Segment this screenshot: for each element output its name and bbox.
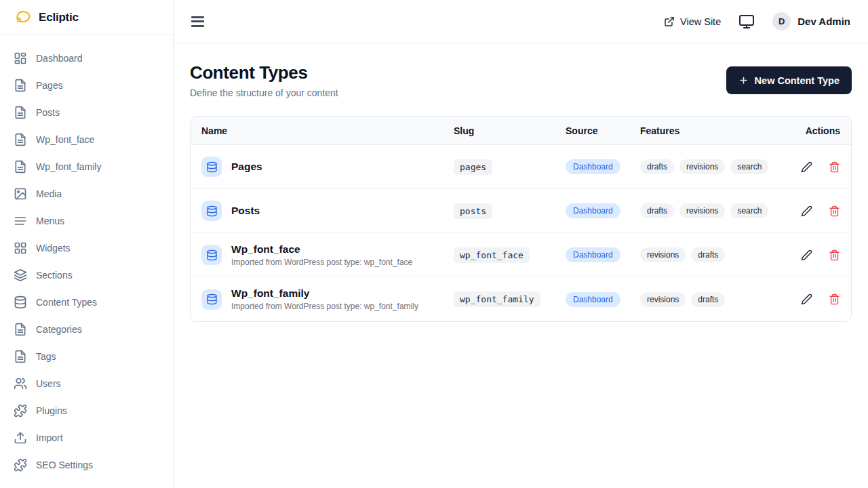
sidebar-item-label: Users xyxy=(36,378,61,389)
slug-value: wp_font_family xyxy=(454,291,540,307)
view-site-label: View Site xyxy=(680,16,721,27)
database-icon xyxy=(201,245,222,265)
sidebar-item-plugins[interactable]: Plugins xyxy=(5,397,167,424)
sidebar-item-label: Dashboard xyxy=(36,53,83,64)
monitor-icon[interactable] xyxy=(738,14,755,30)
user-menu[interactable]: D Dev Admin xyxy=(772,12,850,30)
sidebar-item-users[interactable]: Users xyxy=(5,370,167,397)
source-badge: Dashboard xyxy=(566,247,620,262)
slug-value: wp_font_face xyxy=(454,247,530,263)
topbar-right: View Site D Dev Admin xyxy=(664,12,850,30)
sidebar-item-label: SEO Settings xyxy=(36,460,93,470)
puzzle-icon xyxy=(14,404,27,418)
content-type-name: Pages xyxy=(231,161,262,173)
row-name-cell: Wp_font_face Imported from WordPress pos… xyxy=(201,237,454,274)
sidebar-item-label: Media xyxy=(36,188,62,199)
sidebar-item-seo-settings[interactable]: SEO Settings xyxy=(5,451,167,479)
source-badge: Dashboard xyxy=(566,159,620,174)
upload-icon xyxy=(14,431,27,445)
page-title: Content Types xyxy=(190,62,338,83)
delete-icon[interactable] xyxy=(829,161,840,173)
menu-toggle-button[interactable] xyxy=(191,16,205,27)
plus-icon xyxy=(738,75,749,85)
sidebar-item-sections[interactable]: Sections xyxy=(5,262,167,289)
delete-icon[interactable] xyxy=(829,205,840,217)
view-site-button[interactable]: View Site xyxy=(664,16,721,27)
database-icon xyxy=(201,157,222,177)
sidebar-item-dashboard[interactable]: Dashboard xyxy=(5,45,167,72)
features-list: draftsrevisionssearch xyxy=(640,159,770,174)
feature-chip-revisions: revisions xyxy=(640,292,686,307)
edit-icon[interactable] xyxy=(801,293,812,305)
content-type-name: Posts xyxy=(231,205,260,217)
row-actions xyxy=(770,161,840,173)
sidebar-item-label: Plugins xyxy=(36,405,67,416)
feature-chip-search: search xyxy=(730,203,768,218)
sidebar-item-label: Wp_font_family xyxy=(36,161,101,172)
row-name-cell: Wp_font_family Imported from WordPress p… xyxy=(201,281,454,318)
dizzy-star-icon xyxy=(14,8,33,27)
layers-icon xyxy=(14,268,27,282)
column-header-actions: Actions xyxy=(770,125,840,136)
sidebar-item-content-types[interactable]: Content Types xyxy=(5,289,167,316)
brand-name: Ecliptic xyxy=(39,11,79,24)
sidebar-item-widgets[interactable]: Widgets xyxy=(5,235,167,262)
new-content-type-button[interactable]: New Content Type xyxy=(726,66,852,94)
sidebar: Ecliptic Dashboard Pages Posts Wp_font_f… xyxy=(0,0,174,488)
row-actions xyxy=(770,249,840,261)
row-name-cell: Pages xyxy=(201,150,454,184)
topbar: View Site D Dev Admin xyxy=(174,0,868,43)
file-text-icon xyxy=(14,323,27,336)
table-row: Pages pages Dashboard draftsrevisionssea… xyxy=(191,145,851,189)
new-content-type-label: New Content Type xyxy=(755,75,840,86)
page-content: Content Types Define the structure of yo… xyxy=(174,43,868,488)
table-body: Pages pages Dashboard draftsrevisionssea… xyxy=(191,145,851,321)
sidebar-item-pages[interactable]: Pages xyxy=(5,72,167,99)
edit-icon[interactable] xyxy=(801,205,812,217)
file-text-icon xyxy=(14,160,27,174)
sidebar-item-import[interactable]: Import xyxy=(5,424,167,451)
sidebar-item-label: Sections xyxy=(36,270,73,281)
file-text-icon xyxy=(14,350,27,363)
grid-icon xyxy=(14,241,27,255)
sidebar-item-wp-font-family[interactable]: Wp_font_family xyxy=(5,153,167,180)
slug-value: pages xyxy=(454,159,492,175)
source-badge: Dashboard xyxy=(566,203,620,218)
sidebar-item-media[interactable]: Media xyxy=(5,180,167,207)
sidebar-item-tags[interactable]: Tags xyxy=(5,343,167,370)
slug-value: posts xyxy=(454,203,492,219)
sidebar-item-label: Posts xyxy=(36,107,60,118)
row-name-cell: Posts xyxy=(201,194,454,228)
edit-icon[interactable] xyxy=(801,249,812,261)
column-header-name: Name xyxy=(201,125,454,136)
dashboard-icon xyxy=(14,52,27,65)
content-header: Content Types Define the structure of yo… xyxy=(190,62,852,98)
delete-icon[interactable] xyxy=(829,293,840,305)
sidebar-item-label: Tags xyxy=(36,351,56,362)
sidebar-item-menus[interactable]: Menus xyxy=(5,207,167,235)
external-link-icon xyxy=(664,16,675,27)
page-subtitle: Define the structure of your content xyxy=(190,87,338,98)
sidebar-item-label: Menus xyxy=(36,216,64,226)
sidebar-item-wp-font-face[interactable]: Wp_font_face xyxy=(5,126,167,153)
user-name: Dev Admin xyxy=(797,16,850,27)
database-icon xyxy=(201,201,222,221)
column-header-features: Features xyxy=(640,125,770,136)
row-actions xyxy=(770,205,840,217)
file-text-icon xyxy=(14,133,27,146)
sidebar-item-posts[interactable]: Posts xyxy=(5,99,167,126)
table-row: Wp_font_family Imported from WordPress p… xyxy=(191,277,851,321)
delete-icon[interactable] xyxy=(829,249,840,261)
column-header-source: Source xyxy=(566,125,640,136)
sidebar-item-categories[interactable]: Categories xyxy=(5,316,167,343)
table-header-row: Name Slug Source Features Actions xyxy=(191,117,851,145)
edit-icon[interactable] xyxy=(801,161,812,173)
database-icon xyxy=(201,289,222,310)
content-type-name: Wp_font_family xyxy=(231,287,418,300)
source-badge: Dashboard xyxy=(566,292,620,307)
features-list: revisionsdrafts xyxy=(640,247,770,262)
feature-chip-drafts: drafts xyxy=(691,247,725,262)
brand: Ecliptic xyxy=(0,0,173,35)
puzzle-icon xyxy=(14,458,27,472)
sidebar-item-label: Wp_font_face xyxy=(36,134,94,145)
